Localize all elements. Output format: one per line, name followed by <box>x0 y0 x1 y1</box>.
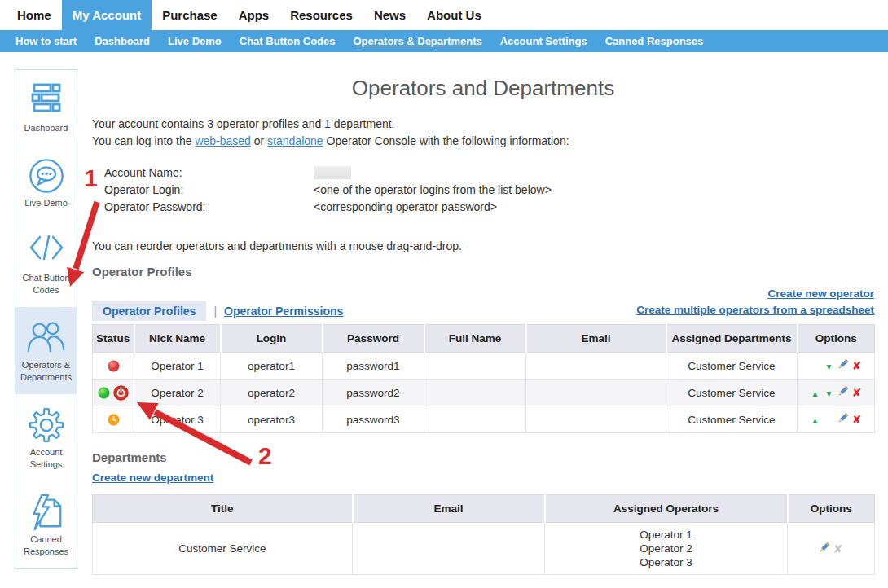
delete-x-icon[interactable]: ✘ <box>850 386 864 399</box>
tab-operator-profiles[interactable]: Operator Profiles <box>92 301 206 321</box>
delete-x-disabled-icon: ✘ <box>831 542 845 555</box>
col-login: Login <box>221 325 323 353</box>
logout-power-button[interactable] <box>113 385 129 401</box>
col-title: Title <box>93 495 353 523</box>
dashboard-icon <box>18 82 74 120</box>
operators-table-header: Status Nick Name Login Password Full Nam… <box>93 325 875 353</box>
sidebar-item-label: Account Settings <box>18 446 74 471</box>
nav-apps[interactable]: Apps <box>228 0 280 30</box>
operator-row-1: Operator 1 operator1 password1 Customer … <box>93 353 875 380</box>
sidebar-item-operators-departments[interactable]: Operators & Departments <box>15 307 77 394</box>
nav-purchase[interactable]: Purchase <box>152 0 228 30</box>
subnav-chat-button-codes[interactable]: Chat Button Codes <box>231 35 345 47</box>
subnav-how-to-start[interactable]: How to start <box>7 35 86 47</box>
reorder-note: You can reorder operators and department… <box>92 239 462 252</box>
nav-home[interactable]: Home <box>7 0 62 30</box>
status-online-green-ball <box>98 387 110 399</box>
sidebar-item-live-demo[interactable]: Live Demo <box>15 145 77 220</box>
main-content: Operators and Departments Your account c… <box>92 69 874 588</box>
delete-x-icon[interactable]: ✘ <box>850 359 864 372</box>
col-assigned-operators: Assigned Operators <box>545 495 788 523</box>
status-away-clock <box>108 414 120 426</box>
account-name-redacted <box>314 166 351 179</box>
create-new-operator-link[interactable]: Create new operator <box>767 287 874 300</box>
page-title: Operators and Departments <box>92 76 874 101</box>
move-down-icon[interactable]: ▼ <box>822 387 836 399</box>
chat-bubble-icon <box>18 157 74 195</box>
sidebar-item-chat-button-codes[interactable]: Chat Button Codes <box>15 220 77 307</box>
operator-profiles-heading: Operator Profiles <box>92 265 192 279</box>
create-multiple-operators-link[interactable]: Create multiple operators from a spreads… <box>636 304 874 316</box>
account-info: Account Name: Operator Login: <one of th… <box>92 165 552 216</box>
subnav-dashboard[interactable]: Dashboard <box>86 35 159 47</box>
col-email: Email <box>526 325 666 353</box>
intro-line2-prefix: You can log into the <box>92 134 195 147</box>
nav-news[interactable]: News <box>363 0 416 30</box>
sidebar-item-label: Live Demo <box>18 197 74 209</box>
departments-heading: Departments <box>92 450 167 464</box>
move-up-icon[interactable]: ▲ <box>808 387 822 399</box>
col-status: Status <box>93 325 134 353</box>
create-links: Create new operator Create multiple oper… <box>636 285 874 318</box>
operator-row-3: Operator 3 operator3 password3 Customer … <box>93 406 875 433</box>
operator-login-value: <one of the operator logins from the lis… <box>314 182 552 199</box>
page: Home My Account Purchase Apps Resources … <box>0 0 888 588</box>
code-icon <box>18 232 74 270</box>
operator-row-2: Operator 2 operator2 password2 Customer … <box>93 380 875 406</box>
operators-table: Status Nick Name Login Password Full Nam… <box>92 324 875 433</box>
intro-line1: Your account contains 3 operator profile… <box>92 116 569 133</box>
sidebar-item-account-settings[interactable]: Account Settings <box>15 394 77 481</box>
cell-email <box>526 406 666 433</box>
cell-nick: Operator 1 <box>134 353 221 380</box>
col-full-name: Full Name <box>424 325 526 353</box>
department-row-1: Customer Service Operator 1 Operator 2 O… <box>93 523 875 575</box>
nav-about-us[interactable]: About Us <box>416 0 492 30</box>
sidebar-item-canned-responses[interactable]: Canned Responses <box>15 481 77 568</box>
col-options: Options <box>798 325 875 353</box>
cell-password: password1 <box>323 353 424 380</box>
intro-text: Your account contains 3 operator profile… <box>92 116 569 150</box>
cell-nick: Operator 3 <box>134 406 221 433</box>
cell-login: operator1 <box>221 353 323 380</box>
subnav-live-demo[interactable]: Live Demo <box>159 35 231 47</box>
sidebar-item-dashboard[interactable]: Dashboard <box>15 70 77 145</box>
create-new-department-link[interactable]: Create new department <box>92 472 213 484</box>
subnav-operators-departments[interactable]: Operators & Departments <box>345 35 491 47</box>
annotation-step-1: 1 <box>84 165 98 192</box>
operator-login-label: Operator Login: <box>92 182 314 199</box>
tab-operator-permissions[interactable]: Operator Permissions <box>224 305 343 318</box>
people-icon <box>18 319 74 357</box>
edit-pencil-icon[interactable] <box>836 412 850 427</box>
intro-line2: You can log into the web-based or standa… <box>92 133 569 150</box>
assigned-operator: Operator 2 <box>546 542 786 555</box>
col-password: Password <box>323 325 424 353</box>
subnav-account-settings[interactable]: Account Settings <box>491 35 596 47</box>
cell-options: ▲▼✘ <box>798 353 875 380</box>
departments-table-header: Title Email Assigned Operators Options <box>93 495 875 523</box>
move-down-icon[interactable]: ▼ <box>822 360 836 372</box>
assigned-operator: Operator 3 <box>546 555 786 569</box>
delete-x-icon[interactable]: ✘ <box>850 413 864 426</box>
edit-pencil-icon[interactable] <box>817 542 831 556</box>
edit-pencil-icon[interactable] <box>836 358 850 373</box>
top-nav: Home My Account Purchase Apps Resources … <box>0 0 888 30</box>
operator-password-label: Operator Password: <box>92 199 314 216</box>
move-up-icon[interactable]: ▲ <box>808 414 822 426</box>
standalone-link[interactable]: standalone <box>267 134 323 147</box>
intro-line2-suffix: Operator Console with the following info… <box>323 134 569 147</box>
cell-password: password3 <box>323 406 424 433</box>
cell-options: ▲▼✘ <box>798 380 875 406</box>
edit-pencil-icon[interactable] <box>836 385 850 400</box>
status-offline-red-ball <box>108 360 120 372</box>
cell-assigned-operators: Operator 1 Operator 2 Operator 3 <box>545 523 788 575</box>
cell-options: ▲▼✘ <box>798 406 875 433</box>
subnav-canned-responses[interactable]: Canned Responses <box>596 35 713 47</box>
col-email: Email <box>353 495 545 523</box>
web-based-link[interactable]: web-based <box>195 134 251 147</box>
nav-my-account[interactable]: My Account <box>62 0 152 30</box>
cell-password: password2 <box>323 380 424 406</box>
intro-or: or <box>251 134 267 147</box>
nav-resources[interactable]: Resources <box>279 0 363 30</box>
sidebar-item-label: Operators & Departments <box>18 359 74 384</box>
cell-title: Customer Service <box>93 523 353 575</box>
